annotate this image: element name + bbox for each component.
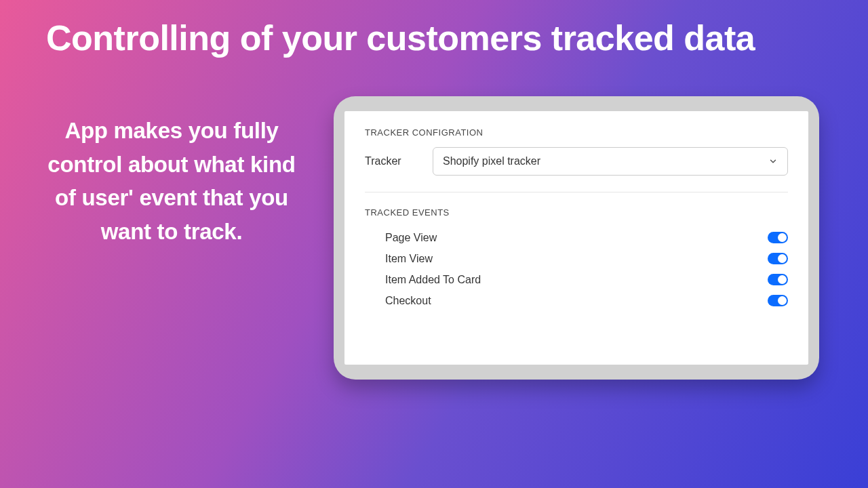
settings-panel: TRACKER CONFIGRATION Tracker Shopify pix… (344, 111, 808, 365)
event-label: Checkout (385, 295, 431, 307)
page-title: Controlling of your customers tracked da… (46, 19, 755, 58)
tracked-events-section: TRACKED EVENTS Page View Item View Item … (365, 192, 788, 311)
page-subtitle: App makes you fully control about what k… (46, 114, 297, 248)
event-label: Item View (385, 253, 433, 265)
toggle-item-added[interactable] (768, 274, 788, 285)
tablet-frame: TRACKER CONFIGRATION Tracker Shopify pix… (334, 96, 819, 380)
chevron-down-icon (768, 157, 778, 166)
event-row-page-view: Page View (385, 227, 788, 248)
toggle-checkout[interactable] (768, 295, 788, 306)
event-row-item-view: Item View (385, 248, 788, 269)
tracker-field-label: Tracker (365, 155, 406, 167)
tracker-select-value: Shopify pixel tracker (443, 155, 540, 167)
tracker-select[interactable]: Shopify pixel tracker (433, 147, 788, 176)
tracker-config-title: TRACKER CONFIGRATION (365, 127, 788, 138)
toggle-item-view[interactable] (768, 253, 788, 264)
events-list: Page View Item View Item Added To Card C… (365, 227, 788, 311)
event-row-checkout: Checkout (385, 290, 788, 311)
toggle-page-view[interactable] (768, 232, 788, 243)
tracked-events-title: TRACKED EVENTS (365, 207, 788, 218)
event-row-item-added: Item Added To Card (385, 269, 788, 290)
event-label: Page View (385, 232, 437, 244)
tracker-config-section: TRACKER CONFIGRATION Tracker Shopify pix… (365, 111, 788, 192)
tracker-row: Tracker Shopify pixel tracker (365, 147, 788, 192)
event-label: Item Added To Card (385, 274, 481, 286)
